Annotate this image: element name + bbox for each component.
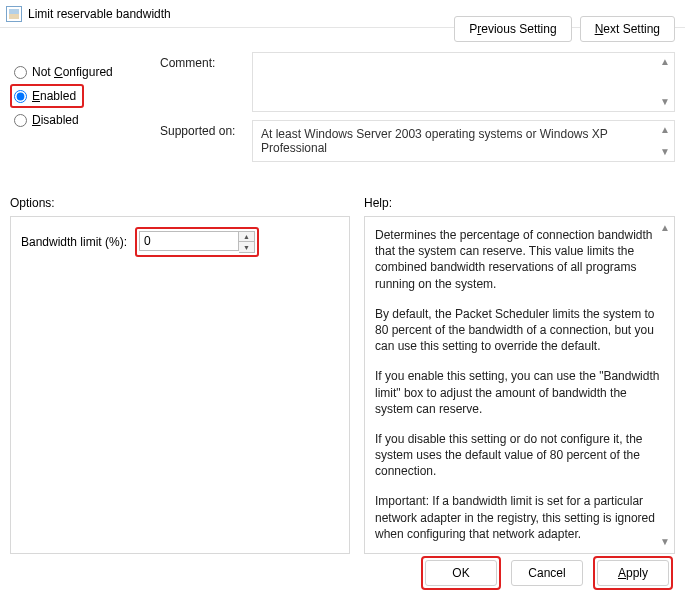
radio-enabled-label: Enabled (32, 89, 76, 103)
help-header: Help: (364, 196, 675, 210)
radio-disabled-input[interactable] (14, 114, 27, 127)
bandwidth-spinner: ▲ ▼ (239, 231, 255, 253)
upper-section: Not Configured Enabled Disabled Comment:… (10, 52, 675, 170)
help-paragraph: If you enable this setting, you can use … (375, 368, 664, 417)
bandwidth-option-row: Bandwidth limit (%): ▲ ▼ (21, 227, 339, 257)
radio-not-configured[interactable]: Not Configured (10, 60, 150, 84)
ok-highlight: OK (421, 556, 501, 590)
supported-text: At least Windows Server 2003 operating s… (252, 120, 675, 162)
scroll-up-icon[interactable]: ▲ (659, 222, 671, 234)
fields-column: Comment: ▲ ▼ Supported on: At least Wind… (160, 52, 675, 170)
cancel-button[interactable]: Cancel (511, 560, 583, 586)
radio-not-configured-label: Not Configured (32, 65, 113, 79)
previous-setting-button[interactable]: Previous Setting (454, 16, 571, 42)
apply-button[interactable]: Apply (597, 560, 669, 586)
bandwidth-limit-input[interactable] (139, 231, 239, 251)
scroll-up-icon[interactable]: ▲ (659, 124, 671, 136)
policy-dialog: Limit reservable bandwidth Previous Sett… (0, 0, 685, 600)
spinner-down-button[interactable]: ▼ (239, 242, 254, 252)
window-title: Limit reservable bandwidth (28, 7, 171, 21)
scroll-down-icon[interactable]: ▼ (659, 536, 671, 548)
policy-icon (6, 6, 22, 22)
help-paragraph: Important: If a bandwidth limit is set f… (375, 493, 664, 542)
scroll-down-icon[interactable]: ▼ (659, 96, 671, 108)
spinner-up-button[interactable]: ▲ (239, 232, 254, 242)
radio-not-configured-input[interactable] (14, 66, 27, 79)
comment-row: Comment: ▲ ▼ (160, 52, 675, 112)
radio-enabled-input[interactable] (14, 90, 27, 103)
options-header: Options: (10, 196, 350, 210)
help-paragraph: If you disable this setting or do not co… (375, 431, 664, 480)
supported-value: At least Windows Server 2003 operating s… (261, 127, 608, 155)
radio-disabled[interactable]: Disabled (10, 108, 150, 132)
apply-highlight: Apply (593, 556, 673, 590)
radio-disabled-label: Disabled (32, 113, 79, 127)
help-box: Determines the percentage of connection … (364, 216, 675, 554)
bandwidth-limit-label: Bandwidth limit (%): (21, 235, 127, 249)
next-setting-button[interactable]: Next Setting (580, 16, 675, 42)
lower-section: Options: Bandwidth limit (%): ▲ ▼ Help: (10, 196, 675, 554)
options-box: Bandwidth limit (%): ▲ ▼ (10, 216, 350, 554)
dialog-buttons: OK Cancel Apply (421, 556, 673, 590)
comment-textarea[interactable]: ▲ ▼ (252, 52, 675, 112)
scroll-down-icon[interactable]: ▼ (659, 146, 671, 158)
state-radios: Not Configured Enabled Disabled (10, 52, 150, 170)
nav-buttons: Previous Setting Next Setting (454, 16, 675, 42)
help-paragraph: Determines the percentage of connection … (375, 227, 664, 292)
options-pane: Options: Bandwidth limit (%): ▲ ▼ (10, 196, 350, 554)
comment-label: Comment: (160, 52, 252, 70)
supported-row: Supported on: At least Windows Server 20… (160, 120, 675, 162)
ok-button[interactable]: OK (425, 560, 497, 586)
supported-label: Supported on: (160, 120, 252, 138)
bandwidth-input-highlight: ▲ ▼ (135, 227, 259, 257)
help-paragraph: By default, the Packet Scheduler limits … (375, 306, 664, 355)
scroll-up-icon[interactable]: ▲ (659, 56, 671, 68)
radio-enabled[interactable]: Enabled (14, 89, 76, 103)
help-pane: Help: Determines the percentage of conne… (364, 196, 675, 554)
enabled-highlight: Enabled (10, 84, 84, 108)
